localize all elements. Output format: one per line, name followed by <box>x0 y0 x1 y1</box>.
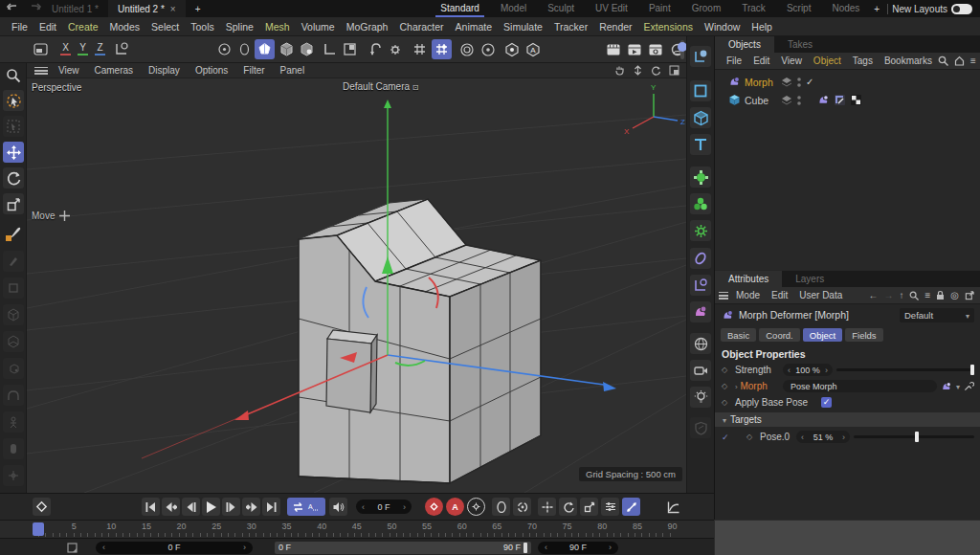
toggle-views-icon[interactable] <box>669 65 679 76</box>
menu-item[interactable]: Render <box>593 21 637 33</box>
play-icon[interactable] <box>202 498 220 516</box>
enabled-check-icon[interactable] <box>806 77 813 87</box>
rotate-view-icon[interactable] <box>651 65 661 76</box>
vp-menu-panel[interactable]: Panel <box>274 65 312 76</box>
vp-menu-cameras[interactable]: Cameras <box>88 65 141 76</box>
menu-item[interactable]: Spline <box>220 21 259 33</box>
range-options-icon[interactable] <box>67 543 78 553</box>
object-name[interactable]: Morph <box>745 77 777 88</box>
menu-item[interactable]: Window <box>699 21 746 33</box>
cube-primitive-icon[interactable] <box>690 107 711 128</box>
morph-tag-icon[interactable] <box>941 381 952 392</box>
end-frame-field[interactable]: 90 F <box>538 542 618 554</box>
z-axis-lock-button[interactable]: Z <box>93 41 107 57</box>
filter-icon[interactable] <box>970 56 976 66</box>
layer-stack-icon[interactable] <box>781 95 792 106</box>
autokey-icon[interactable]: A <box>446 498 464 516</box>
viewport-canvas[interactable]: Y X Z Perspective Default Camera ⊡ Move … <box>27 78 686 493</box>
untriangulate-icon[interactable] <box>366 39 386 59</box>
search-icon[interactable] <box>938 56 948 66</box>
attr-menu-edit[interactable]: Edit <box>766 290 793 300</box>
menu-item[interactable]: Simulate <box>498 21 548 33</box>
menu-item[interactable]: Help <box>746 21 778 33</box>
make-editable-icon[interactable] <box>214 39 234 59</box>
lock-icon[interactable] <box>936 290 945 300</box>
apply-base-pose-checkbox[interactable] <box>821 397 832 408</box>
search-icon[interactable] <box>3 65 24 86</box>
range-handle[interactable] <box>523 543 527 553</box>
key-rotation-icon[interactable] <box>559 498 577 516</box>
objects-menu-object[interactable]: Object <box>808 56 847 66</box>
objects-menu-bookmarks[interactable]: Bookmarks <box>879 56 938 66</box>
home-icon[interactable] <box>954 56 965 66</box>
layout-tab[interactable]: Model <box>490 0 537 17</box>
morph-target-field[interactable]: Pose Morph <box>783 380 937 392</box>
prev-frame-icon[interactable] <box>182 498 200 516</box>
layout-tab[interactable]: Sculpt <box>537 0 585 17</box>
attributes-burger-icon[interactable] <box>719 292 728 300</box>
objects-menu-view[interactable]: View <box>775 56 808 66</box>
vp-menu-view[interactable]: View <box>52 65 86 76</box>
viewport-burger-icon[interactable] <box>34 67 48 75</box>
object-row-morph[interactable]: Morph <box>715 73 980 91</box>
current-frame-field[interactable]: 0 F <box>356 500 412 514</box>
dim-tool-mesh2-icon[interactable] <box>3 331 24 352</box>
vp-menu-filter[interactable]: Filter <box>236 65 271 76</box>
next-frame-icon[interactable] <box>222 498 240 516</box>
menu-item[interactable]: Mesh <box>259 21 296 33</box>
dim-tool-rig-icon[interactable] <box>3 411 24 433</box>
menu-item[interactable]: Tracker <box>548 21 593 33</box>
goto-start-icon[interactable] <box>142 498 160 516</box>
menu-item[interactable]: MoGraph <box>341 21 394 33</box>
search-icon[interactable] <box>909 291 919 300</box>
icon-size-slider[interactable] <box>680 40 684 59</box>
dim-tool-arch-icon[interactable] <box>3 385 24 406</box>
timeline-ruler[interactable]: 051015202530354045505560657075808590 <box>0 520 714 538</box>
objects-menu-file[interactable]: File <box>721 56 747 66</box>
render-picture-viewer-icon[interactable] <box>624 39 644 59</box>
forward-icon[interactable] <box>883 290 893 300</box>
add-tab-icon[interactable] <box>195 4 201 14</box>
workplane-icon[interactable] <box>320 39 340 59</box>
add-layout-icon[interactable] <box>870 4 883 14</box>
menu-item[interactable]: Animate <box>450 21 499 33</box>
menu-item[interactable]: Tools <box>185 21 220 33</box>
dim-tool-square-icon[interactable] <box>3 278 24 299</box>
polygon-mode-icon[interactable] <box>255 39 275 59</box>
anim-dot-icon[interactable] <box>722 366 731 374</box>
attribute-tab-chip[interactable]: Coord. <box>759 328 800 342</box>
layout-tab[interactable]: Script <box>776 0 822 17</box>
render-view-icon[interactable] <box>603 39 623 59</box>
vp-menu-display[interactable]: Display <box>142 65 187 76</box>
spline-pen-icon[interactable] <box>690 46 711 67</box>
vp-menu-options[interactable]: Options <box>189 65 234 76</box>
protection-tag-icon[interactable] <box>690 417 711 438</box>
dim-tool-brush-icon[interactable] <box>3 251 24 272</box>
record-modes-icon[interactable] <box>513 498 531 516</box>
rectangle-spline-icon[interactable] <box>690 80 711 101</box>
next-key-icon[interactable] <box>242 498 260 516</box>
attr-menu-mode[interactable]: Mode <box>730 290 766 300</box>
menu-item[interactable]: Modes <box>104 21 146 33</box>
layout-tab[interactable]: Groom <box>681 0 732 17</box>
menu-item[interactable]: Extensions <box>638 21 699 33</box>
layer-stack-icon[interactable] <box>781 77 792 88</box>
hex-a-icon[interactable]: A <box>523 39 543 59</box>
doc-tab-untitled-2[interactable]: Untitled 2 * <box>108 0 186 17</box>
key-position-icon[interactable] <box>538 498 556 516</box>
plane-lock-icon[interactable] <box>340 39 360 59</box>
pose0-field[interactable]: 51 % <box>796 431 850 443</box>
target-icon[interactable] <box>950 290 959 300</box>
pose-enabled-check[interactable] <box>722 433 733 442</box>
layout-tab[interactable]: Nodes <box>821 0 870 17</box>
array-generator-icon[interactable] <box>690 193 711 214</box>
key-parameter-icon[interactable] <box>601 498 619 516</box>
timeline-playhead[interactable] <box>33 522 44 536</box>
texture-tag-icon[interactable] <box>850 94 862 106</box>
dim-tool-axis-icon[interactable] <box>3 465 24 486</box>
attribute-tab-chip[interactable]: Basic <box>721 328 756 342</box>
anim-dot-icon[interactable] <box>722 382 731 390</box>
dim-tool-capsule-icon[interactable] <box>3 438 24 459</box>
pen-points-icon[interactable] <box>3 224 24 245</box>
redo-icon[interactable] <box>27 3 42 14</box>
